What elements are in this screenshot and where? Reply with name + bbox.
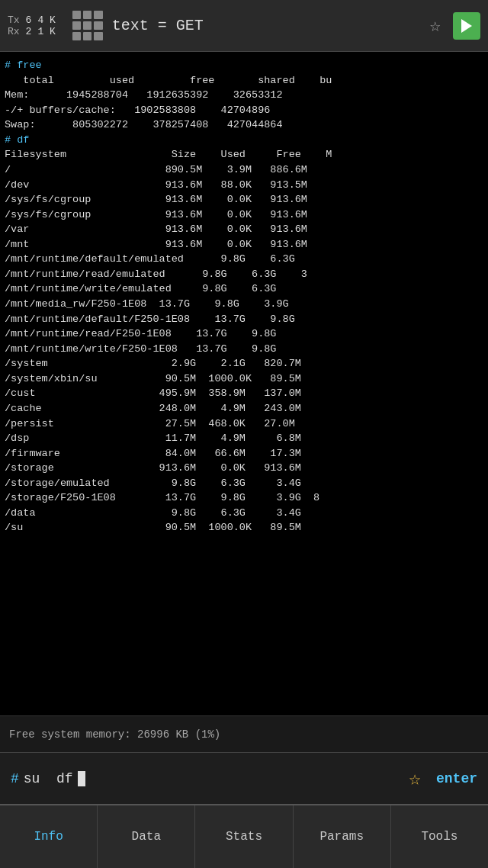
nav-params[interactable]: Params <box>294 805 391 868</box>
nav-stats[interactable]: Stats <box>195 805 293 868</box>
terminal-output: # free total used free shared bu Mem: 19… <box>0 52 488 715</box>
rx-val: 2 <box>26 26 32 37</box>
rx-label: Rx <box>8 26 20 37</box>
input-bar[interactable]: # su df ☆ enter <box>0 752 488 804</box>
input-command: su df <box>24 771 73 786</box>
rx-size: 1 K <box>37 26 55 37</box>
free-memory-bar: Free system memory: 26996 KB (1%) <box>0 715 488 752</box>
nav-data[interactable]: Data <box>98 805 195 868</box>
status-bar: Tx 6 4 K Rx 2 1 K text = GET ☆ <box>0 0 488 52</box>
nav-tools[interactable]: Tools <box>391 805 488 868</box>
enter-button[interactable]: enter <box>436 771 477 786</box>
input-star-icon[interactable]: ☆ <box>409 767 421 791</box>
free-memory-text: Free system memory: 26996 KB (1%) <box>9 728 220 741</box>
network-stats: Tx 6 4 K Rx 2 1 K <box>8 14 56 37</box>
star-icon[interactable]: ☆ <box>430 14 441 37</box>
input-cursor <box>78 771 85 786</box>
status-title: text = GET <box>112 17 430 34</box>
nav-info[interactable]: Info <box>0 805 98 868</box>
grid-icon[interactable] <box>72 11 103 41</box>
tx-label: Tx <box>8 14 20 26</box>
tx-val: 6 <box>26 14 32 26</box>
bottom-nav: Info Data Stats Params Tools <box>0 804 488 868</box>
play-button[interactable] <box>453 12 480 40</box>
terminal-text: # free total used free shared bu Mem: 19… <box>5 58 483 535</box>
input-prompt: # <box>11 771 19 786</box>
tx-size: 4 K <box>37 14 55 26</box>
